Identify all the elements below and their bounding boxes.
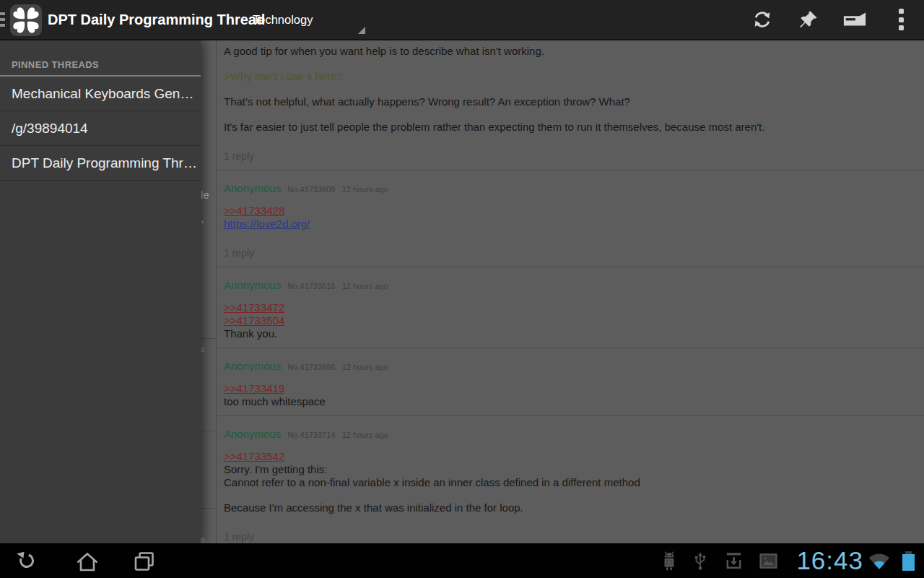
system-clock: 16:43 [796, 543, 863, 578]
poster-name: Anonymous [224, 428, 281, 440]
download-tray-icon [724, 551, 744, 570]
divider [201, 338, 216, 339]
home-button[interactable] [74, 548, 100, 574]
divider [201, 508, 216, 509]
post-text: too much whitespace [224, 395, 912, 408]
wifi-icon [868, 551, 891, 571]
status-cluster[interactable]: 16:43 [661, 543, 924, 578]
overflow-menu-button[interactable] [878, 0, 924, 39]
clipped-text-fragment: le [201, 189, 209, 200]
recents-button[interactable] [131, 548, 157, 574]
divider [201, 431, 216, 431]
post[interactable]: Anonymous No.41733616 12 hours ago >>417… [217, 267, 924, 348]
reply-count[interactable]: 1 reply [224, 246, 912, 259]
post-text: Because I'm accessing the x that was ini… [224, 501, 912, 514]
post[interactable]: Anonymous No.41733714 12 hours ago >>417… [217, 416, 924, 543]
recents-icon [131, 548, 157, 574]
pinned-thread-item[interactable]: DPT Daily Programming Thr… [0, 146, 201, 181]
pin-thread-button[interactable] [785, 0, 832, 39]
refresh-icon [751, 9, 773, 30]
post-text: Thank you. [224, 327, 912, 340]
post-time: 12 hours ago [342, 431, 388, 439]
reply-count[interactable]: 1 reply [224, 150, 912, 163]
spinner-caret-icon [358, 27, 365, 34]
pin-icon [798, 9, 819, 30]
overflow-menu-icon [899, 6, 904, 34]
clipped-text-fragment: o [201, 344, 205, 355]
system-navigation-bar: 16:43 [0, 543, 924, 578]
post-number: No.41733616 [287, 282, 335, 290]
post-header: Anonymous No.41733666 12 hours ago [224, 360, 912, 374]
board-spinner-label: Technology [250, 0, 370, 39]
poster-name: Anonymous [224, 182, 281, 194]
quote-link[interactable]: >>41733472 [224, 301, 284, 314]
post-time: 12 hours ago [342, 185, 388, 194]
post-number: No.41733666 [287, 363, 335, 371]
thread-title: DPT Daily Programming Thread [48, 0, 265, 39]
poster-name: Anonymous [224, 279, 281, 291]
post-number: No.41733609 [287, 185, 335, 194]
clipped-text-fragment: o [201, 535, 205, 543]
external-link[interactable]: https://love2d.org/ [224, 217, 310, 230]
post-time: 12 hours ago [342, 282, 388, 290]
pinned-threads-drawer: PINNED THREADS Mechanical Keyboards Gen…… [0, 40, 201, 543]
home-icon [74, 548, 100, 574]
board-spinner[interactable]: Technology [250, 0, 370, 39]
underlying-pane-edge: le ’ o o [201, 40, 216, 543]
app-bar: DPT Daily Programming Thread Technology [0, 0, 924, 40]
quote-link[interactable]: >>41733428 [224, 204, 284, 217]
post-text: It's far easier to just tell people the … [224, 121, 912, 134]
post-header: Anonymous No.41733616 12 hours ago [224, 279, 912, 293]
thread-post-list[interactable]: A good tip for when you want help is to … [216, 40, 924, 543]
post[interactable]: A good tip for when you want help is to … [217, 40, 924, 171]
app-bar-actions [739, 0, 924, 40]
clover-logo-icon [9, 4, 43, 37]
reply-count[interactable]: 1 reply [224, 530, 912, 543]
post-number: No.41733714 [287, 431, 335, 439]
thread-content-area: le ’ o o A good tip for when you want he… [0, 40, 924, 543]
post-text: Cannot refer to a non-final variable x i… [224, 476, 912, 489]
battery-icon [902, 551, 915, 571]
back-button[interactable] [16, 548, 42, 574]
post-time: 12 hours ago [342, 363, 388, 371]
quote-link[interactable]: >>41733504 [224, 314, 284, 327]
clipped-text-fragment: ’ [201, 219, 204, 230]
refresh-button[interactable] [739, 0, 785, 39]
poster-name: Anonymous [224, 360, 281, 372]
quote-link[interactable]: >>41733419 [224, 382, 284, 394]
post-text: That's not helpful, what actually happen… [224, 95, 912, 108]
quote-link[interactable]: >>41733542 [224, 450, 284, 462]
post-header: Anonymous No.41733714 12 hours ago [224, 428, 912, 441]
clover-app-icon[interactable] [9, 4, 43, 37]
post[interactable]: Anonymous No.41733609 12 hours ago >>417… [217, 171, 924, 267]
screenshot-image-icon [759, 553, 777, 569]
reply-button[interactable] [832, 0, 878, 39]
usb-icon [694, 551, 707, 571]
post-text: Sorry. I'm getting this: [224, 463, 912, 476]
drawer-handle-icon[interactable] [0, 12, 5, 30]
post-greentext: >Why can't I use x here? [224, 70, 912, 83]
drawer-header: PINNED THREADS [0, 40, 201, 77]
post[interactable]: Anonymous No.41733666 12 hours ago >>417… [217, 348, 924, 416]
pinned-thread-item[interactable]: Mechanical Keyboards Gen… [0, 77, 201, 111]
android-debug-icon [661, 551, 678, 571]
pinned-thread-item[interactable]: /g/39894014 [0, 111, 201, 146]
reply-icon [842, 11, 867, 28]
post-header: Anonymous No.41733609 12 hours ago [224, 182, 912, 196]
android-screen: DPT Daily Programming Thread Technology [0, 0, 924, 578]
post-text: A good tip for when you want help is to … [224, 45, 912, 58]
